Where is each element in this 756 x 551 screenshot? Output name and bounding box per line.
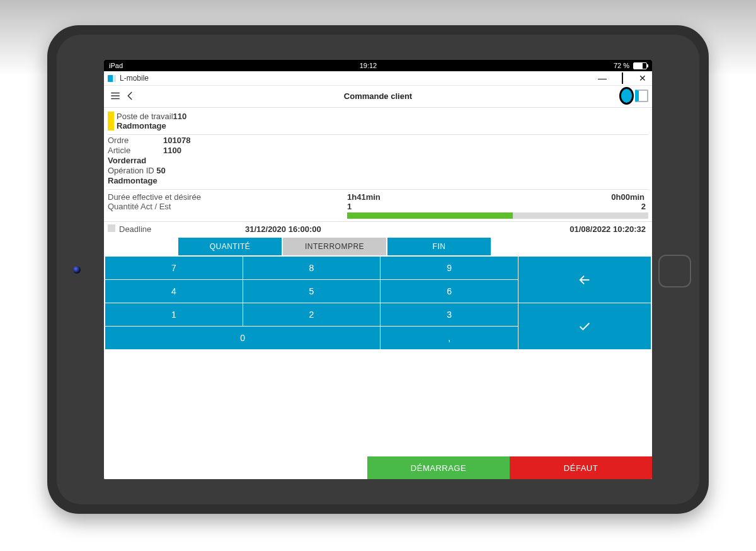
key-5[interactable]: 5	[243, 280, 381, 303]
key-1[interactable]: 1	[105, 303, 243, 326]
fault-button[interactable]: DÉFAUT	[510, 456, 652, 479]
article-value: 1100	[163, 146, 181, 155]
key-6[interactable]: 6	[381, 280, 518, 303]
operation-label: Opération ID	[108, 166, 154, 175]
duration-label: Durée effective et désirée	[108, 192, 347, 202]
window-maximize-button[interactable]	[617, 73, 628, 83]
page-title: Commande client	[104, 91, 652, 101]
ios-clock: 19:12	[360, 62, 377, 69]
deadline-now: 01/08/2022 10:20:32	[570, 224, 648, 234]
operation-id: 50	[156, 166, 165, 175]
quantity-target: 2	[641, 202, 646, 211]
quantity-progress-bar	[347, 212, 648, 219]
key-backspace[interactable]	[518, 257, 651, 303]
quantity-row: Quantité Act / Est 1 2	[104, 202, 652, 221]
workstation-name: Radmontage	[117, 121, 186, 130]
key-2[interactable]: 2	[243, 303, 381, 326]
window-close-button[interactable]: ✕	[637, 73, 648, 83]
order-label: Ordre	[108, 136, 146, 145]
key-comma[interactable]: ,	[381, 327, 518, 349]
screen: iPad 19:12 72 % L-mobile — ✕	[104, 60, 652, 479]
order-value: 101078	[163, 136, 190, 145]
quantity-progress-fill	[347, 212, 513, 219]
hamburger-icon	[110, 90, 121, 102]
operation-name: Radmontage	[108, 176, 648, 185]
duration-target: 0h00min	[508, 192, 648, 202]
ios-status-bar: iPad 19:12 72 %	[104, 60, 652, 71]
key-3[interactable]: 3	[381, 303, 518, 326]
tab-quantity[interactable]: QUANTITÉ	[178, 238, 282, 255]
company-logo	[619, 88, 648, 103]
highlight-bar	[108, 112, 114, 130]
tablet-frame: iPad 19:12 72 % L-mobile — ✕	[47, 25, 709, 514]
key-4[interactable]: 4	[105, 280, 243, 303]
key-7[interactable]: 7	[105, 257, 243, 279]
logo-circle-icon	[619, 87, 634, 105]
logo-rect-icon	[635, 90, 648, 102]
tab-end[interactable]: FIN	[387, 238, 491, 255]
deadline-row: Deadline 31/12/2020 16:00:00 01/08/2022 …	[104, 221, 652, 236]
deadline-planned: 31/12/2020 16:00:00	[245, 224, 403, 234]
quantity-label: Quantité Act / Est	[108, 202, 347, 219]
duration-actual: 1h41min	[347, 192, 508, 202]
start-button[interactable]: DÉMARRAGE	[367, 456, 510, 479]
duration-row: Durée effective et désirée 1h41min 0h00m…	[104, 190, 652, 202]
tab-interrupt[interactable]: INTERROMPRE	[283, 238, 386, 255]
chevron-left-icon	[125, 90, 136, 102]
article-label: Article	[108, 146, 146, 155]
article-name: Vorderrad	[108, 156, 648, 165]
workstation-label: Poste de travail	[117, 112, 173, 121]
workstation-row: Poste de travail110 Radmontage	[108, 112, 648, 130]
back-button[interactable]	[123, 90, 138, 102]
footer: DÉMARRAGE DÉFAUT	[104, 456, 652, 479]
workstation-id: 110	[173, 112, 187, 121]
device-label: iPad	[109, 62, 123, 69]
key-9[interactable]: 9	[381, 257, 518, 279]
deadline-checkbox[interactable]	[108, 224, 115, 232]
info-panel: Poste de travail110 Radmontage Ordre1010…	[104, 108, 652, 190]
front-camera	[73, 266, 81, 274]
key-confirm[interactable]	[518, 303, 651, 349]
action-tabs: QUANTITÉ INTERROMPRE FIN	[104, 238, 652, 255]
window-minimize-button[interactable]: —	[597, 73, 608, 83]
battery-pct: 72 %	[614, 62, 629, 69]
quantity-actual: 1	[347, 202, 352, 211]
app-header: Commande client	[104, 86, 652, 108]
checkmark-icon	[578, 320, 592, 334]
deadline-label: Deadline	[119, 224, 245, 234]
key-0[interactable]: 0	[105, 327, 380, 349]
app-icon	[108, 75, 116, 82]
battery-icon	[633, 62, 647, 69]
app-name: L-mobile	[120, 74, 149, 83]
key-8[interactable]: 8	[243, 257, 381, 279]
home-button[interactable]	[658, 255, 691, 287]
window-title-bar: L-mobile — ✕	[104, 71, 652, 86]
arrow-left-icon	[578, 273, 592, 287]
menu-button[interactable]	[108, 90, 123, 102]
numpad: 7 8 9 4 5 6 1 2 3 0 ,	[104, 257, 652, 349]
